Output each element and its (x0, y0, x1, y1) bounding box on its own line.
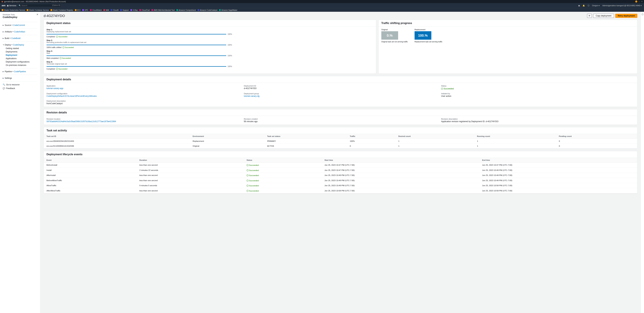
sidebar-item-deployment[interactable]: Deployment (0, 54, 40, 57)
favorite-item[interactable]: Elastic Container Service (27, 9, 49, 11)
favorite-item[interactable]: CloudWatch (90, 9, 102, 11)
table-cell: Jun 25, 2023 10:49 PM (UTC-7:00) (322, 178, 479, 183)
revloc-link[interactable]: 59783abb842024a84c0a3c5faa03fdfc31057b16… (46, 120, 116, 123)
table-cell: 2 minutes 22 seconds (136, 168, 244, 173)
sidebar-service-name: CodeDeploy (0, 16, 40, 21)
table-cell: Jun 25, 2023 10:49 PM (UTC-7:00) (480, 178, 637, 183)
table-header[interactable]: Status (244, 158, 322, 163)
favorite-item[interactable]: VPC (82, 9, 88, 11)
table-header[interactable]: Task set ID (44, 134, 190, 139)
sidebar-item-applications[interactable]: Applications (0, 57, 40, 60)
step-pct: 100% (228, 33, 232, 35)
sidebar-artifacts[interactable]: ▶Artifacts • CodeArtifact (0, 30, 40, 34)
step-status: Succeeded (56, 36, 68, 38)
favorite-label: X-Ray (133, 9, 138, 11)
page-title: d-4G274IYDO (44, 14, 65, 18)
init-value: User action (441, 95, 634, 97)
table-cell: ecs-svc/0504592941092315459 (44, 139, 190, 143)
table-cell: Jun 25, 2023 10:49 PM (UTC-7:00) (322, 173, 479, 178)
table-cell: 0 (347, 143, 396, 148)
sidebar-source[interactable]: ▶Source • CodeCommit (0, 23, 40, 27)
table-header[interactable]: Environment (190, 134, 264, 139)
original-label: Original (381, 29, 408, 31)
favorite-item[interactable]: X-Ray (130, 9, 138, 11)
group-link[interactable]: tutorial-canary-dg (244, 95, 260, 97)
services-label: Services (9, 5, 16, 7)
step-footer-label: 100% traffic shifted (46, 46, 62, 48)
service-icon (176, 9, 178, 11)
sidebar-tool-label: Developer Tools (0, 14, 40, 16)
sidebar-feedback[interactable]: 💬Feedback (0, 87, 40, 90)
favorite-item[interactable]: Support (120, 9, 129, 11)
table-cell: Succeeded (244, 183, 322, 188)
aws-logo[interactable]: aws (2, 4, 6, 7)
cfg-link[interactable]: CodeDeployDefault.ECSLinear10PercentEver… (46, 95, 97, 97)
replacement-traffic-pct: 100.% (414, 31, 431, 40)
favorite-item[interactable]: CloudTrail (139, 9, 150, 11)
table-header[interactable]: Desired count (396, 134, 474, 139)
deployid-value: d-4G274IYDO (244, 87, 437, 90)
sidebar-item-deploy-configs[interactable]: Deployment configurations (0, 60, 40, 64)
services-menu[interactable]: ▦ Services (7, 5, 16, 7)
favorite-item[interactable]: EC2 (75, 9, 80, 11)
help-icon[interactable]: ⓘ (587, 4, 590, 7)
table-cell: 0 (556, 139, 637, 143)
favorite-item[interactable]: IAM (104, 9, 109, 11)
minimize-icon[interactable]: — (638, 1, 640, 3)
table-header[interactable]: Duration (136, 158, 244, 163)
favorite-item[interactable]: Amazon Comprehend (176, 9, 196, 11)
copy-deployment-button[interactable]: Copy deployment (593, 14, 614, 18)
taskset-heading: Task set activity (44, 127, 637, 134)
sidebar-deploy[interactable]: ▼Deploy • CodeDeploy (0, 43, 40, 47)
cloudshell-icon[interactable]: ▣ (578, 5, 580, 7)
notifications-icon[interactable]: 🔔 (582, 5, 586, 7)
step-title: Step 3: (46, 50, 373, 52)
table-header[interactable]: Start time (322, 158, 479, 163)
service-icon (139, 9, 141, 11)
user-menu[interactable]: Admin/gpmattoo-Isengard @ 6013-6852-4945… (602, 5, 642, 7)
favorite-item[interactable]: Cloud9 (110, 9, 118, 11)
sidebar-goto-resource[interactable]: 🔍Go to resource (0, 83, 40, 87)
favorite-item[interactable]: Amazon SageMaker (219, 9, 237, 11)
global-search[interactable]: 🔍 [Option+S] (18, 4, 61, 7)
refresh-button[interactable]: ⟳ (587, 14, 592, 18)
retry-deployment-button[interactable]: Retry deployment (615, 14, 637, 18)
sidebar-build[interactable]: ▶Build • CodeBuild (0, 37, 40, 40)
sidebar-item-onprem[interactable]: On-premises instances (0, 64, 40, 67)
region-selector[interactable]: Oregon ▾ (592, 5, 600, 7)
favorite-item[interactable]: AWS Well-Architected Tool (152, 9, 175, 11)
table-header[interactable]: Event (44, 158, 136, 163)
init-label: Initiated by (441, 93, 634, 95)
favorite-label: Amazon CodeCatalyst (200, 9, 217, 11)
sidebar-close-icon[interactable]: ✕ (36, 13, 38, 16)
favorite-item[interactable]: Amazon CodeCatalyst (198, 9, 217, 11)
table-cell: 100% (347, 139, 396, 143)
sidebar-item-deployments[interactable]: Deployments (0, 50, 40, 54)
sidebar-item-getting-started[interactable]: Getting started (0, 47, 40, 50)
help-panel-toggle[interactable]: ⓘ (641, 12, 644, 313)
step-title: Step 1: (46, 29, 373, 31)
table-header[interactable]: Running count (474, 134, 556, 139)
table-header[interactable]: Traffic (347, 134, 396, 139)
table-header[interactable]: End time (480, 158, 637, 163)
service-icon (130, 9, 132, 11)
app-link[interactable]: tutorial-canary-app (46, 87, 63, 90)
table-row: ecs-svc/0504592941092315459ReplacementPR… (44, 139, 637, 143)
original-caption: Original task set not serving traffic (381, 41, 408, 43)
sidebar-pipeline[interactable]: ▶Pipeline • CodePipeline (0, 70, 40, 73)
revcreated-value: 56 minutes ago (244, 120, 437, 123)
service-icon (120, 9, 122, 11)
favorite-item[interactable]: Elastic Kubernetes Service (2, 9, 25, 11)
feedback-icon: 💬 (3, 87, 5, 90)
sidebar-settings[interactable]: ▶Settings (0, 76, 40, 80)
favorite-item[interactable]: Elastic Container Registry (50, 9, 73, 11)
table-header[interactable]: Pending count (556, 134, 637, 139)
service-icon (90, 9, 92, 11)
status-label: Status (441, 85, 634, 87)
deployment-status-card: Deployment status Step 1:Deploying repla… (44, 20, 376, 74)
service-icon (110, 9, 112, 11)
table-header[interactable]: Task set status (264, 134, 347, 139)
status-badge: Succeeded (246, 169, 259, 171)
table-cell: Succeeded (244, 173, 322, 178)
close-window-icon[interactable]: ✕ (641, 1, 643, 3)
